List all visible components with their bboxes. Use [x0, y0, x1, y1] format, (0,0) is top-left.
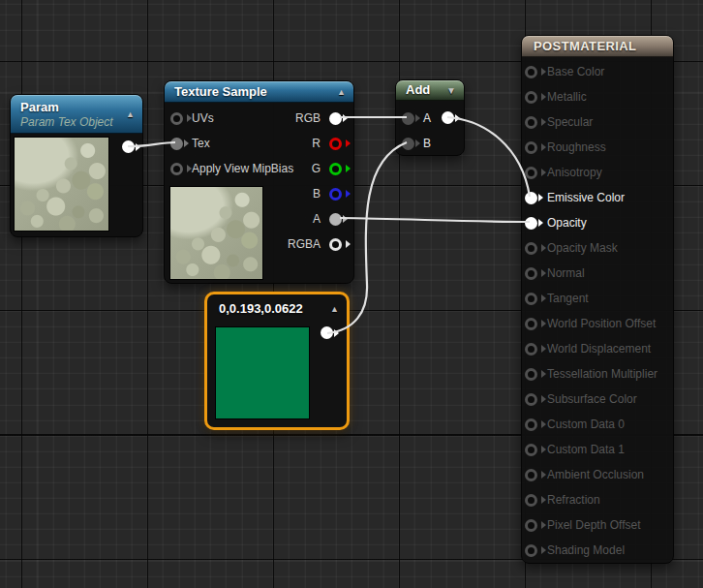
node-constant-header[interactable]: 0,0.193,0.0622 ▲: [207, 294, 347, 323]
pin-row: Roughness: [525, 135, 673, 160]
pin-row: Tex R: [170, 131, 346, 156]
pin-label: Roughness: [547, 140, 606, 154]
pin-row: Ambient Occlusion: [525, 462, 673, 487]
anisotropy-pin[interactable]: [525, 167, 537, 179]
r-output-pin[interactable]: [329, 138, 342, 150]
subsurface-color-pin[interactable]: [525, 393, 537, 406]
pin-row: Refraction: [525, 487, 673, 512]
opacity-pin[interactable]: [525, 217, 537, 230]
pin-label: Ambient Occlusion: [547, 468, 644, 481]
constant-output-pin[interactable]: [321, 326, 333, 339]
pin-label: Refraction: [547, 493, 600, 507]
pin-label: Subsurface Color: [547, 392, 637, 406]
node-subtitle: Param Tex Object: [20, 115, 133, 129]
shading-model-pin[interactable]: [525, 544, 537, 557]
pin-label: Tex: [192, 137, 210, 150]
pin-row: Opacity Mask: [525, 235, 673, 261]
pin-label: Shading Model: [547, 543, 625, 557]
node-constant-color[interactable]: 0,0.193,0.0622 ▲: [204, 292, 350, 430]
opacity-mask-pin[interactable]: [525, 242, 537, 255]
material-graph-canvas[interactable]: Param Param Tex Object ▲ Texture Sample …: [0, 0, 703, 588]
pin-label: Custom Data 0: [547, 418, 625, 431]
pin-label: Metallic: [547, 90, 587, 104]
pin-label: Apply View MipBias: [192, 162, 293, 175]
rgb-output-pin[interactable]: [329, 112, 342, 125]
add-b-input-pin[interactable]: [402, 138, 414, 150]
pin-label: Tessellation Multiplier: [547, 367, 657, 381]
add-output-pin[interactable]: [442, 111, 454, 124]
pin-row: Base Color: [525, 59, 673, 84]
collapse-arrow-icon[interactable]: ▲: [337, 88, 346, 97]
pin-row: Specular: [525, 109, 673, 135]
tangent-pin[interactable]: [525, 293, 537, 305]
add-a-input-pin[interactable]: [402, 112, 414, 125]
param-output-pin[interactable]: [122, 140, 135, 153]
world-position-offset-pin[interactable]: [525, 318, 537, 330]
pin-label: Anisotropy: [547, 166, 602, 179]
node-param-header[interactable]: Param Param Tex Object ▲: [11, 95, 142, 134]
node-title: Add: [406, 82, 430, 97]
mipbias-input-pin[interactable]: [170, 163, 183, 175]
emissive-color-pin[interactable]: [525, 192, 537, 204]
node-postmaterial[interactable]: POSTMATERIAL Base Color Metallic Specula…: [521, 35, 674, 564]
pin-label: UVs: [192, 111, 214, 125]
node-texture-sample[interactable]: Texture Sample ▲ UVs RGB Tex R Apply Vie…: [164, 80, 354, 284]
node-title: Texture Sample: [174, 84, 267, 99]
node-add[interactable]: Add ▼ A B: [395, 79, 465, 156]
pin-label: Specular: [547, 115, 593, 129]
pin-label: World Position Offset: [547, 317, 656, 330]
g-output-pin[interactable]: [329, 163, 342, 175]
texture-preview-image: [14, 137, 109, 232]
pixel-depth-offset-pin[interactable]: [525, 519, 537, 532]
a-output-pin[interactable]: [329, 213, 342, 226]
pin-row: Tangent: [525, 286, 673, 311]
tessellation-multiplier-pin[interactable]: [525, 368, 537, 381]
collapse-arrow-icon[interactable]: ▲: [126, 110, 135, 119]
ambient-occlusion-pin[interactable]: [525, 469, 537, 481]
node-title: Param: [20, 100, 133, 114]
base-color-pin[interactable]: [525, 66, 537, 78]
collapse-arrow-icon[interactable]: ▲: [330, 305, 339, 314]
node-title: 0,0.193,0.0622: [219, 301, 303, 316]
rgba-output-pin[interactable]: [329, 238, 342, 251]
pin-label: RGB: [295, 111, 321, 125]
texture-preview-image: [169, 186, 263, 280]
pin-row: Anisotropy: [525, 160, 673, 185]
metallic-pin[interactable]: [525, 91, 537, 104]
node-param[interactable]: Param Param Tex Object ▲: [10, 94, 143, 237]
pin-label: A: [423, 111, 431, 125]
b-output-pin[interactable]: [329, 188, 342, 201]
pin-label: World Displacement: [547, 342, 651, 356]
uvs-input-pin[interactable]: [170, 112, 183, 125]
tex-input-pin[interactable]: [170, 138, 183, 150]
pin-label: A: [313, 212, 321, 226]
pin-row: Pixel Depth Offset: [525, 512, 673, 538]
pin-row: World Position Offset: [525, 311, 673, 336]
node-postmaterial-header[interactable]: POSTMATERIAL: [522, 36, 673, 57]
wire-a-to-opacity: [340, 218, 530, 222]
pin-label: G: [312, 162, 321, 175]
pin-row: World Displacement: [525, 336, 673, 361]
pin-label: Normal: [547, 266, 585, 280]
normal-pin[interactable]: [525, 267, 537, 280]
node-add-header[interactable]: Add ▼: [396, 80, 464, 101]
custom-data-0-pin[interactable]: [525, 418, 537, 431]
world-displacement-pin[interactable]: [525, 343, 537, 356]
roughness-pin[interactable]: [525, 141, 537, 154]
pin-label: B: [313, 187, 321, 201]
pin-label: Emissive Color: [547, 191, 625, 204]
pin-label: Base Color: [547, 65, 604, 78]
pin-label: RGBA: [288, 237, 321, 251]
pin-row: Custom Data 1: [525, 437, 673, 462]
pin-rows: A B: [396, 101, 464, 156]
pin-label: Opacity Mask: [547, 241, 618, 255]
custom-data-1-pin[interactable]: [525, 444, 537, 456]
pin-row: Opacity: [525, 210, 673, 235]
node-texture-sample-header[interactable]: Texture Sample ▲: [165, 81, 353, 103]
node-title: POSTMATERIAL: [534, 39, 636, 53]
pin-label: B: [423, 137, 431, 150]
expand-arrow-icon[interactable]: ▼: [446, 86, 456, 95]
pin-row: Tessellation Multiplier: [525, 361, 673, 387]
specular-pin[interactable]: [525, 116, 537, 129]
refraction-pin[interactable]: [525, 494, 537, 507]
